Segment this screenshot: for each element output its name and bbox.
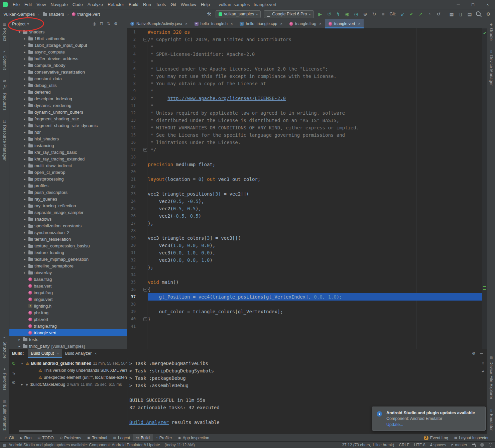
stop-icon[interactable]: ■	[380, 11, 387, 17]
chevron-icon[interactable]: ▸	[23, 157, 27, 161]
jump-to-source-icon[interactable]: ↘	[12, 370, 16, 375]
code-line[interactable]: 7 * you may not use this file except in …	[127, 73, 482, 80]
toolwindow-terminal-button[interactable]: ▣ Terminal	[84, 434, 110, 442]
build-panel-tab[interactable]: Build Analyzer ×	[62, 349, 100, 358]
code-line[interactable]: 38	[127, 301, 482, 308]
chevron-icon[interactable]: ▸	[23, 50, 27, 54]
editor-tab[interactable]: hello_triangle.cpp ×	[236, 19, 286, 28]
fold-marker-icon[interactable]: −	[143, 148, 147, 152]
code-line[interactable]: 17 − */	[127, 146, 482, 153]
toolwindow-run-button[interactable]: ▶ Run	[17, 434, 35, 442]
code-line[interactable]: 40 − }	[127, 315, 482, 323]
close-tab-icon[interactable]: ×	[95, 351, 97, 355]
chevron-icon[interactable]: ▸	[23, 64, 27, 67]
code-line[interactable]: 27 );	[127, 220, 482, 227]
project-tree-row[interactable]: ▸ open_cl_interop	[9, 169, 127, 176]
code-line[interactable]: 4 * SPDX-License-Identifier: Apache-2.0	[127, 50, 482, 58]
project-tree-row[interactable]: ▸ texture_loading	[9, 249, 127, 256]
attach-debugger-icon[interactable]: ⊕	[362, 11, 369, 17]
notifications-icon[interactable]	[480, 443, 484, 447]
breadcrumb-item[interactable]: shaders	[36, 12, 64, 17]
code-line[interactable]: 18	[127, 153, 482, 161]
chevron-icon[interactable]: ▸	[23, 104, 27, 107]
code-line[interactable]: 41	[127, 323, 482, 330]
code-line[interactable]: 2 − /* Copyright (c) 2019, Arm Limited a…	[127, 36, 482, 43]
background-tasks-icon[interactable]	[489, 443, 492, 447]
locate-file-icon[interactable]: ◎	[93, 21, 96, 26]
chevron-icon[interactable]: ▸	[23, 150, 27, 154]
run-icon[interactable]: ▶	[317, 11, 324, 17]
soft-wrap-icon[interactable]: ↩	[482, 369, 484, 374]
apply-changes-icon[interactable]: ↺	[326, 11, 333, 17]
chevron-icon[interactable]: ▸	[23, 171, 27, 174]
project-tree-row[interactable]: ▸ buffer_device_address	[9, 55, 127, 62]
chevron-icon[interactable]: ▸	[23, 117, 27, 121]
profiler-icon[interactable]: ◷	[353, 11, 360, 17]
fold-marker-icon[interactable]: −	[143, 38, 147, 41]
line-ending-indicator[interactable]: CRLF	[399, 443, 409, 447]
code-line[interactable]: 3 *	[127, 43, 482, 50]
chevron-icon[interactable]: ▸	[23, 144, 27, 147]
project-tree-row[interactable]: pbr.vert	[9, 316, 127, 323]
update-project-icon[interactable]: ↙	[399, 11, 406, 17]
project-tree-row[interactable]: ▸ debug_utils	[9, 82, 127, 89]
breadcrumb-item[interactable]: Vulkan-Samples	[3, 12, 35, 17]
code-line[interactable]: 11 *	[127, 102, 482, 109]
tool-stripe-commit[interactable]: ✔ Commit	[2, 50, 7, 70]
tool-window-toggle-icon[interactable]: ▦	[3, 443, 6, 447]
project-tree-row[interactable]: ▸ instancing	[9, 142, 127, 149]
menu-item[interactable]: Edit	[22, 1, 34, 8]
code-line[interactable]: 15 * See the License for the specific la…	[127, 131, 482, 139]
inspections-ok-icon[interactable]: ✔	[482, 31, 487, 35]
encoding-indicator[interactable]: UTF-8	[414, 443, 425, 447]
chevron-icon[interactable]: ▸	[23, 97, 27, 101]
code-line[interactable]: 13 * distributed under the License is di…	[127, 117, 482, 124]
chevron-icon[interactable]: ▸	[23, 177, 27, 181]
chevron-icon[interactable]: ▸	[23, 257, 27, 261]
hide-panel-icon[interactable]: ─	[121, 21, 124, 26]
project-tree-row[interactable]: ▸ hlsl_shaders	[9, 135, 127, 142]
code-line[interactable]: 34	[127, 271, 482, 278]
editor-tab[interactable]: triangle.vert ×	[325, 19, 364, 28]
chevron-icon[interactable]: ▸	[23, 264, 27, 268]
chevron-icon[interactable]: ▸	[23, 70, 27, 74]
menu-item[interactable]: Window	[178, 1, 199, 8]
toolwindow-logcat-button[interactable]: ▤ Logcat	[110, 434, 133, 442]
project-tree-row[interactable]: ▸ hdr	[9, 129, 127, 135]
project-tree-row[interactable]: ▸ postprocessing	[9, 176, 127, 182]
code-line[interactable]: 32 vec3(0.0, 0.0, 1.0)	[127, 256, 482, 264]
event-log-button[interactable]: 2 Event Log	[421, 434, 451, 442]
code-line[interactable]: 29 vec3 triangle_colors[3] = vec3[](	[127, 234, 482, 242]
code-line[interactable]: 31 vec3(0.0, 1.0, 0.0),	[127, 249, 482, 256]
menu-item[interactable]: Navigate	[48, 1, 70, 8]
project-tree-row[interactable]: base.vert	[9, 283, 127, 289]
expand-collapse-icon[interactable]: ⇅	[107, 21, 110, 26]
toolwindow-profiler-button[interactable]: ◔ Profiler	[153, 434, 175, 442]
project-tree-row[interactable]: ▸ khr_ray_tracing_basic	[9, 149, 127, 155]
code-line[interactable]: 10 * http://www.apache.org/licenses/LICE…	[127, 95, 482, 102]
chevron-icon[interactable]: ▾	[20, 361, 24, 365]
project-tree-row[interactable]: ▸ ray_queries	[9, 196, 127, 202]
code-line[interactable]: 1 #version 320 es	[127, 28, 482, 36]
push-icon[interactable]: ↗	[417, 11, 424, 17]
chevron-icon[interactable]: ▸	[20, 382, 24, 386]
fold-marker-icon[interactable]: −	[143, 288, 147, 292]
panel-settings-icon[interactable]: ⚙	[114, 21, 118, 26]
apply-code-changes-icon[interactable]: ↯	[335, 11, 342, 17]
project-tree-row[interactable]: ▸ ray_tracing_reflection	[9, 202, 127, 209]
chevron-icon[interactable]: ▸	[23, 231, 27, 234]
project-tree-row[interactable]: ▸ descriptor_indexing	[9, 95, 127, 102]
minimize-button[interactable]: ─	[451, 0, 466, 9]
tool-stripe-pull-requests[interactable]: ⇄ Pull Requests	[2, 79, 7, 111]
chevron-icon[interactable]: ▸	[23, 124, 27, 127]
code-line[interactable]: 20	[127, 168, 482, 176]
history-icon[interactable]: ◔	[426, 11, 433, 17]
chevron-icon[interactable]: ▸	[23, 191, 27, 194]
code-line[interactable]: 5 *	[127, 58, 482, 65]
code-line[interactable]: 19 precision mediump float;	[127, 161, 482, 168]
project-tree-row[interactable]: ▸ multi_draw_indirect	[9, 162, 127, 169]
status-message[interactable]: Android Studio and plugin updates availa…	[8, 443, 195, 447]
build-panel-tab[interactable]: Build Output ×	[28, 349, 62, 358]
project-tree-row[interactable]: ▸ compute_nbody	[9, 62, 127, 69]
editor-tab[interactable]: triangle.frag ×	[286, 19, 325, 28]
